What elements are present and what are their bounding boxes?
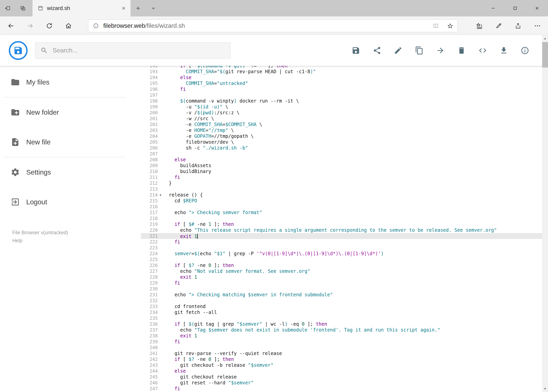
fold-marker-icon[interactable]: ▾ [159,192,162,198]
scroll-up-button[interactable]: ▲ [542,35,548,42]
active-tab[interactable]: wizard.sh [33,0,131,16]
code-line-237[interactable]: 237 echo "Tag $semver does not exist in … [141,327,548,333]
back-button[interactable] [1,16,21,35]
home-button[interactable] [59,16,78,35]
set-tabs-aside-button[interactable] [0,0,15,16]
code-line-246[interactable]: 246 git reset --hard "$semver" [141,380,548,386]
code-line-225[interactable]: 225 [141,257,548,262]
code-line-227[interactable]: 227 echo "Not valid semver format. See s… [141,268,548,274]
code-line-201[interactable]: 201 -w //src \ [141,116,548,121]
tab-preview-chevron-button[interactable] [146,0,161,16]
close-window-button[interactable] [526,0,548,16]
code-line-219[interactable]: 219 if [ $# -ne 1 ]; then [141,221,548,227]
code-line-247[interactable]: 247 fi [141,386,548,392]
code-line-216[interactable]: 216 [141,204,548,210]
code-line-224[interactable]: 224 semver=$(echo "$1" | grep -P '^v(0|[… [141,251,548,257]
code-line-222[interactable]: 222 fi [141,239,548,245]
code-line-204[interactable]: 204 -e GOPATH=//tmp/gopath \ [141,133,548,139]
code-line-214[interactable]: 214▾release () { [141,192,548,198]
code-line-223[interactable]: 223 [141,245,548,251]
code-line-202[interactable]: 202 -e COMMIT_SHA=$COMMIT_SHA \ [141,121,548,127]
search-bar[interactable] [35,42,231,59]
code-line-229[interactable]: 229 fi [141,280,548,286]
code-editor[interactable]: 192 if [ "$(command -v git)" != "" ]; th… [141,66,548,392]
code-line-234[interactable]: 234 git fetch --all [141,309,548,315]
scroll-down-button[interactable]: ▼ [542,385,548,392]
new-tab-button[interactable] [131,0,146,16]
search-input[interactable] [53,47,225,54]
tabs-preview-button[interactable] [15,0,30,16]
code-line-196[interactable]: 196 fi [141,86,548,92]
address-bar[interactable]: filebrowser.web/files/wizard.sh [88,19,458,32]
code-line-232[interactable]: 232 [141,298,548,304]
code-line-218[interactable]: 218 [141,216,548,221]
code-line-198[interactable]: 198 $(command -v winpty) docker run --rm… [141,98,548,104]
forward-button[interactable] [21,16,40,35]
code-line-210[interactable]: 210 buildBinary [141,168,548,174]
copy-button[interactable] [409,40,430,61]
site-info-button[interactable] [88,23,103,29]
raw-view-button[interactable] [472,40,493,61]
scrollbar-track[interactable]: ▲ ▼ [542,35,548,392]
scrollbar-thumb[interactable] [542,42,548,68]
code-line-230[interactable]: 230 [141,286,548,292]
code-line-195[interactable]: 195 COMMIT_SHA="untracked" [141,80,548,86]
sidebar-item-settings[interactable]: Settings [0,157,141,187]
tab-close-button[interactable] [121,6,126,11]
code-line-211[interactable]: 211 fi [141,174,548,180]
sidebar-item-new-file[interactable]: New file [0,127,141,157]
code-line-238[interactable]: 238 exit 1 [141,333,548,339]
code-line-213[interactable]: 213 [141,186,548,192]
code-line-197[interactable]: 197 [141,92,548,98]
help-link[interactable]: Help [12,238,22,244]
maximize-button[interactable] [504,0,526,16]
code-line-221[interactable]: 221 exit 1 [141,233,548,239]
code-line-203[interactable]: 203 -e HOME="//tmp" \ [141,127,548,133]
code-line-228[interactable]: 228 exit 1 [141,274,548,280]
code-line-245[interactable]: 245 git checkout release [141,374,548,380]
share-page-button[interactable] [508,16,528,35]
code-line-199[interactable]: 199 -u "$(id -u)" \ [141,104,548,110]
code-line-231[interactable]: 231 echo "> Checking matching $semver in… [141,292,548,298]
code-line-233[interactable]: 233 cd frontend [141,304,548,309]
download-button[interactable] [493,40,514,61]
code-line-217[interactable]: 217 echo "> Checking semver format" [141,210,548,216]
code-line-236[interactable]: 236 if [ $(git tag | grep "$semver" | wc… [141,321,548,327]
code-line-205[interactable]: 205 filebrowser/dev \ [141,139,548,145]
code-line-215[interactable]: 215 cd $REPO [141,198,548,204]
sidebar-item-my-files[interactable]: My files [0,67,141,97]
code-line-220[interactable]: 220 echo "This release script requires a… [141,227,548,233]
code-line-194[interactable]: 194 else [141,75,548,80]
code-line-243[interactable]: 243 git checkout -b release "$semver" [141,362,548,368]
code-line-192[interactable]: 192 if [ "$(command -v git)" != "" ]; th… [141,66,548,69]
code-line-242[interactable]: 242 if [ $? -ne 0 ]; then [141,356,548,362]
code-line-208[interactable]: 208 else [141,157,548,163]
code-line-244[interactable]: 244 else [141,368,548,374]
code-line-226[interactable]: 226 if [ $? -ne 0 ]; then [141,262,548,268]
filebrowser-logo[interactable] [9,41,28,60]
code-line-193[interactable]: 193 COMMIT_SHA="$(git rev-parse HEAD | c… [141,69,548,75]
code-line-207[interactable]: 207 [141,151,548,157]
share-button[interactable] [367,40,388,61]
code-line-239[interactable]: 239 fi [141,339,548,345]
code-line-200[interactable]: 200 -v /$(pwd):/src:z \ [141,110,548,116]
code-line-209[interactable]: 209 buildAssets [141,163,548,168]
add-favorite-button[interactable] [443,20,458,32]
url-text[interactable]: filebrowser.web/files/wizard.sh [103,22,429,29]
more-button[interactable] [528,16,547,35]
sidebar-item-logout[interactable]: Logout [0,187,141,217]
reading-view-button[interactable] [429,20,443,32]
code-line-206[interactable]: 206 sh -c "./wizard.sh -b" [141,145,548,151]
code-line-235[interactable]: 235 [141,315,548,321]
hub-button[interactable] [470,16,489,35]
refresh-button[interactable] [40,16,59,35]
save-button[interactable] [345,40,367,61]
move-button[interactable] [430,40,451,61]
minimize-button[interactable] [482,0,504,16]
rename-button[interactable] [388,40,409,61]
annotate-button[interactable] [489,16,508,35]
info-button[interactable] [514,40,535,61]
delete-button[interactable] [451,40,472,61]
code-line-241[interactable]: 241 git rev-parse --verify --quiet relea… [141,350,548,356]
code-line-212[interactable]: 212} [141,180,548,186]
